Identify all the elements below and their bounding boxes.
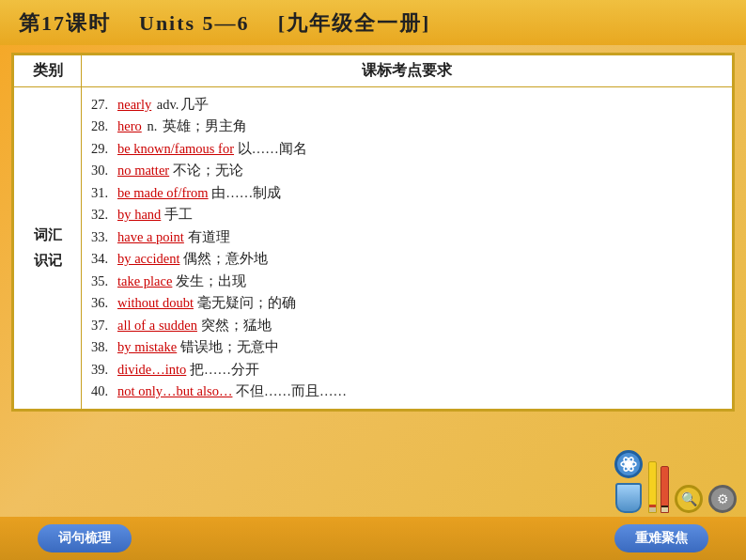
vocab-list: 27. nearly adv. 几乎 28. hero n. 英雄；男主角 <box>87 91 726 405</box>
list-item: 31. be made of/from 由……制成 <box>91 182 723 203</box>
vocab-table: 类别 课标考点要求 词汇识记 27. nearly adv. 几乎 <box>13 54 733 410</box>
item-num: 36. <box>91 292 117 313</box>
atom-icon <box>620 456 637 473</box>
key-focus-button[interactable]: 重难聚焦 <box>614 524 708 552</box>
list-item: 36. without doubt 毫无疑问；的确 <box>91 292 723 313</box>
item-num: 29. <box>91 138 117 159</box>
deco-circle-blue <box>614 450 643 478</box>
phrase: by accident <box>117 248 179 269</box>
pencils <box>648 461 669 513</box>
item-meaning: 由……制成 <box>209 182 282 203</box>
item-meaning: 手工 <box>161 204 193 225</box>
list-item: 30. no matter 不论；无论 <box>91 160 723 180</box>
item-num: 32. <box>91 204 117 225</box>
item-num: 27. <box>91 94 117 115</box>
item-num: 38. <box>91 336 117 357</box>
table-header-row: 类别 课标考点要求 <box>14 55 733 87</box>
item-num: 39. <box>91 359 117 380</box>
item-num: 30. <box>91 160 117 180</box>
list-item: 35. take place 发生；出现 <box>91 271 723 291</box>
item-num: 37. <box>91 315 117 335</box>
lesson-label: 第17课时 <box>19 11 111 35</box>
phrase: be made of/from <box>117 182 209 203</box>
item-num: 31. <box>91 182 117 203</box>
phrase: take place <box>117 271 172 291</box>
item-meaning: 以……闻名 <box>234 138 307 159</box>
item-meaning: 突然；猛地 <box>197 315 272 335</box>
phrase: not only…but also… <box>117 381 232 401</box>
col2-header: 课标考点要求 <box>82 55 733 87</box>
phrase: by mistake <box>117 336 177 357</box>
main-table-container: 类别 课标考点要求 词汇识记 27. nearly adv. 几乎 <box>11 53 735 412</box>
item-meaning: 有道理 <box>184 226 230 247</box>
grade-label: [九年级全一册] <box>278 11 431 35</box>
phrase: without doubt <box>117 292 194 313</box>
item-meaning: 把……分开 <box>186 359 259 380</box>
item-meaning: 不论；无论 <box>169 160 243 180</box>
item-meaning: 发生；出现 <box>172 271 246 291</box>
item-type: adv. <box>153 94 179 115</box>
list-item: 27. nearly adv. 几乎 <box>91 94 723 115</box>
col1-header: 类别 <box>14 55 82 87</box>
list-item: 29. be known/famous for 以……闻名 <box>91 138 723 159</box>
item-meaning: 英雄；男主角 <box>163 116 247 136</box>
phrase: divide…into <box>117 359 186 380</box>
item-num: 28. <box>91 116 117 136</box>
list-item: 37. all of a sudden 突然；猛地 <box>91 315 723 335</box>
item-type: n. <box>144 116 161 136</box>
item-num: 40. <box>91 381 117 401</box>
category-cell: 词汇识记 <box>14 87 82 410</box>
list-item: 34. by accident 偶然；意外地 <box>91 248 723 269</box>
item-meaning: 毫无疑问；的确 <box>194 292 296 313</box>
list-item: 32. by hand 手工 <box>91 204 723 225</box>
pencil-red <box>661 466 669 513</box>
item-meaning: 偶然；意外地 <box>179 248 268 269</box>
phrase: no matter <box>117 160 169 180</box>
deco-magnifier: 🔍 <box>675 485 703 513</box>
phrase: nearly <box>117 94 151 115</box>
item-num: 35. <box>91 271 117 291</box>
phrase: hero <box>117 116 142 136</box>
list-item: 33. have a point 有道理 <box>91 226 723 247</box>
phrase: all of a sudden <box>117 315 197 335</box>
deco-gear: ⚙ <box>708 485 737 513</box>
list-item: 40. not only…but also… 不但……而且…… <box>91 381 723 401</box>
vocab-review-button[interactable]: 词句梳理 <box>38 524 132 552</box>
deco-flask <box>615 483 642 513</box>
phrase: have a point <box>117 226 184 247</box>
units-label: Units 5—6 <box>139 11 250 35</box>
vocab-list-cell: 27. nearly adv. 几乎 28. hero n. 英雄；男主角 <box>82 87 733 410</box>
phrase: be known/famous for <box>117 138 234 159</box>
item-meaning: 错误地；无意中 <box>177 336 279 357</box>
header-title: 第17课时 Units 5—6 [九年级全一册] <box>19 9 430 38</box>
list-item: 28. hero n. 英雄；男主角 <box>91 116 723 136</box>
vocab-row: 词汇识记 27. nearly adv. 几乎 28. hero n. <box>14 87 733 410</box>
item-meaning: 几乎 <box>180 94 209 115</box>
list-item: 39. divide…into 把……分开 <box>91 359 723 380</box>
header: 第17课时 Units 5—6 [九年级全一册] <box>0 0 746 45</box>
item-meaning: 不但……而且…… <box>232 381 347 401</box>
item-num: 33. <box>91 226 117 247</box>
footer-bar: 词句梳理 重难聚焦 <box>0 517 746 560</box>
phrase: by hand <box>117 204 161 225</box>
decorations: 🔍 ⚙ <box>614 450 737 513</box>
item-num: 34. <box>91 248 117 269</box>
pencil-yellow <box>648 461 657 513</box>
list-item: 38. by mistake 错误地；无意中 <box>91 336 723 357</box>
